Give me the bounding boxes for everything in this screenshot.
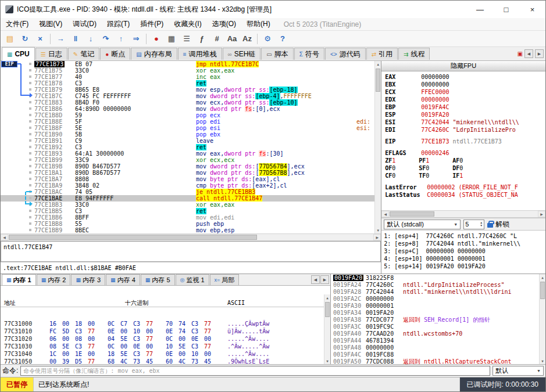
stack-row[interactable]: 0019FA2C00000000 [331, 296, 545, 303]
register-row-lasterror[interactable]: LastError00000002 (ERROR_FILE_NOT_F [385, 184, 545, 191]
breakpoint-dot[interactable] [29, 88, 31, 91]
dump-tab-memory-5[interactable]: ▦内存 5 [141, 274, 175, 285]
disasm-row[interactable]: 77CE1B92C3ret [1, 144, 381, 150]
register-row-esi[interactable]: ESI77C42044 "minkernel\\ntdll\\ [385, 118, 545, 126]
tab-scroll-left-button[interactable]: ◀ [524, 49, 533, 58]
tab-threads[interactable]: ⇉线程 [398, 48, 430, 60]
disasm-row[interactable]: 77CE1B905Bpop ebx [1, 131, 381, 138]
step-out-icon[interactable]: ↑ [114, 33, 128, 45]
register-row-edi[interactable]: EDI77C4260C "LdrpInitializePro [385, 126, 545, 134]
tab-symbols[interactable]: Σ符号 [294, 48, 324, 60]
stop-icon[interactable]: × [33, 33, 47, 45]
disasm-row[interactable]: 77CE1B7CC745 FC FEFFFFFFmov dword ptr ss… [1, 93, 381, 99]
stack-row[interactable]: 0019FA4C0019FC88 [331, 351, 545, 358]
step-over-icon[interactable]: ↷ [99, 33, 113, 45]
memory-map-icon[interactable]: ▦ [165, 33, 179, 45]
breakpoint-dot[interactable] [29, 127, 31, 129]
sort-az-icon[interactable]: Az [240, 33, 254, 45]
disasm-row[interactable]: 77CE1BB855push ebp [1, 221, 381, 227]
dump-vertical-scrollbar[interactable]: ▲▼ [324, 294, 330, 364]
disasm-row[interactable]: 77CE1B73EB 07jmp ntdll.77CE1B7C [1, 61, 381, 67]
breakpoint-dot[interactable] [29, 63, 31, 65]
breakpoint-dot[interactable] [29, 210, 31, 212]
minimize-button[interactable]: — [467, 1, 493, 18]
step-into-icon[interactable]: ↓ [84, 33, 98, 45]
calculator-icon[interactable]: # [210, 33, 224, 45]
disasm-row[interactable]: 77CE1B9B890D B467D577mov dword ptr ds:[7… [1, 163, 381, 170]
breakpoint-dot[interactable] [29, 152, 31, 154]
tab-breakpoints[interactable]: ●断点 [100, 48, 130, 60]
dump-row[interactable]: 77C31010FC5DC3770E0010000E74C377ü]Ãw....… [1, 328, 330, 335]
dump-tab-memory-4[interactable]: ▦内存 4 [106, 274, 140, 285]
dump-row[interactable]: 77C3102006000800045EC3770C000E00.....^Ãw… [1, 335, 330, 343]
run-to-cursor-icon[interactable]: ⇒ [129, 33, 143, 45]
disasm-row[interactable]: 77CE1B838B4D F0mov ecx,dword ptr ss:[ebp… [1, 99, 381, 106]
breakpoint-dot[interactable] [29, 82, 31, 84]
stack-pane[interactable]: 0019FA20318225F80019FA2477C4260Cntdll."L… [331, 274, 545, 364]
settings-icon[interactable]: ⚙ [260, 33, 274, 45]
breakpoint-dot[interactable] [29, 101, 31, 103]
menu-item-plugins[interactable]: 插件(P) [135, 19, 169, 29]
stack-row[interactable]: 0019FA4446781394 [331, 337, 545, 344]
breakpoint-dot[interactable] [29, 165, 31, 167]
dump-row[interactable]: 77C310500039D577684C7345604C7345.9ÕwhLsE… [1, 358, 330, 364]
arguments-pane[interactable]: 1: [esp+4] 77C4260C ntdll.77C4260C "L2: … [381, 231, 545, 274]
flags-row[interactable]: OF 0SF 0DF 0 [385, 164, 545, 172]
register-row-edx[interactable]: EDX00000000 [385, 96, 545, 103]
disasm-row[interactable]: 77CE1B78C3ret [1, 80, 381, 87]
argument-count-spinner[interactable]: 5 ▲▼ [463, 220, 484, 229]
spinner-arrows-icon[interactable]: ▲▼ [480, 221, 483, 227]
registers-horizontal-scrollbar[interactable]: ◀▶ [381, 210, 545, 218]
stack-row[interactable]: 0019FA20318225F8 [331, 275, 545, 282]
tab-seh[interactable]: ∞SEH链 [223, 48, 261, 60]
breakpoint-dot[interactable] [29, 229, 31, 231]
breakpoint-dot[interactable] [29, 190, 31, 193]
breakpoint-dot[interactable] [29, 222, 31, 225]
breakpoint-dot[interactable] [29, 197, 31, 199]
breakpoint-dot[interactable] [29, 69, 31, 71]
pause-icon[interactable]: ‖ [69, 33, 83, 45]
register-row-esp[interactable]: ESP0019FA20 [385, 111, 545, 118]
dump-tab-memory-2[interactable]: ▦内存 2 [37, 274, 71, 285]
titlebar[interactable]: ICO提取工具.exe - PID: 3940 - 模块: ntdll.dll … [1, 1, 545, 18]
dump-tab-memory-3[interactable]: ▦内存 3 [71, 274, 105, 285]
disasm-row[interactable]: 77CE1B7740inc eax [1, 74, 381, 80]
disasm-row[interactable]: 77CE1BB98BECmov ebp,esp [1, 227, 381, 233]
dump-tab-scroll-right-button[interactable]: ▶ [320, 275, 329, 284]
run-icon[interactable]: → [53, 33, 67, 45]
dump-tab-scroll-left-button[interactable]: ◀ [311, 275, 320, 284]
tab-memory-map[interactable]: ▤内存布局 [131, 48, 177, 60]
disassembly-vertical-scrollbar[interactable]: ▲▼ [374, 61, 381, 233]
breakpoint-dot[interactable] [29, 95, 31, 97]
dump-row[interactable]: 77C31000160018000CC7C3777074C377.....ÇÃw… [1, 320, 330, 328]
disasm-row[interactable]: 77CE1BA78808mov byte ptr ds:[eax],cl [1, 176, 381, 182]
breakpoints-icon[interactable]: ● [149, 33, 163, 45]
stack-row[interactable]: 0019FA3000000001 [331, 303, 545, 310]
disasm-row[interactable]: 77CE1BA93848 02cmp byte ptr ds:[eax+2],c… [1, 182, 381, 189]
disassembly-pane[interactable]: EIP 77CE1B73EB 07jmp ntdll.77CE1B7C77CE1… [1, 61, 381, 233]
disassembly-horizontal-scrollbar[interactable]: ◀▶ [1, 233, 381, 241]
dump-row[interactable]: 77C310401C001E00185EC3770E001000.....^Ãw… [1, 350, 330, 358]
maximize-button[interactable]: □ [493, 1, 519, 18]
assembler-icon[interactable]: Aa [225, 33, 239, 45]
register-row-ecx[interactable]: ECXFFEC0000 [385, 88, 545, 96]
breakpoint-dot[interactable] [29, 184, 31, 186]
disasm-row[interactable]: 77CE1B8E5Fpop ediedi: [1, 118, 381, 125]
register-row-laststatus[interactable]: LastStatusC0000034 (STATUS_OBJECT_NA [385, 191, 545, 199]
breakpoint-dot[interactable] [29, 203, 31, 206]
stack-row[interactable]: 0019FA3877CDC077返回到 SEH_Record[1] 的指针 [331, 317, 545, 323]
script-icon[interactable]: ƒ [195, 33, 209, 45]
disasm-row[interactable]: 77CE1B798B65 E8mov esp,dword ptr ss:[ebp… [1, 87, 381, 93]
register-row-eax[interactable]: EAX00000000 [385, 73, 545, 81]
open-file-icon[interactable]: ▤ [3, 33, 17, 45]
flags-row[interactable]: CF 0TF 0IF 1 [385, 172, 545, 179]
tab-overflow-icon[interactable]: ▣ [518, 51, 523, 57]
menu-item-trace[interactable]: 跟踪(T) [102, 19, 135, 29]
disasm-row[interactable]: 77CE1BB5C3ret [1, 208, 381, 214]
menu-item-debug[interactable]: 调试(D) [67, 19, 102, 29]
memory-dump-pane[interactable]: 地址 十六进制 ASCII 77C31000160018000CC7C37770… [1, 286, 330, 364]
dump-tab-locals[interactable]: x=局部 [210, 274, 240, 285]
restart-icon[interactable]: ↻ [18, 33, 32, 45]
unlock-checkbox[interactable]: 解锁 [487, 220, 509, 229]
dump-tab-memory-1[interactable]: ▦内存 1 [2, 274, 36, 285]
